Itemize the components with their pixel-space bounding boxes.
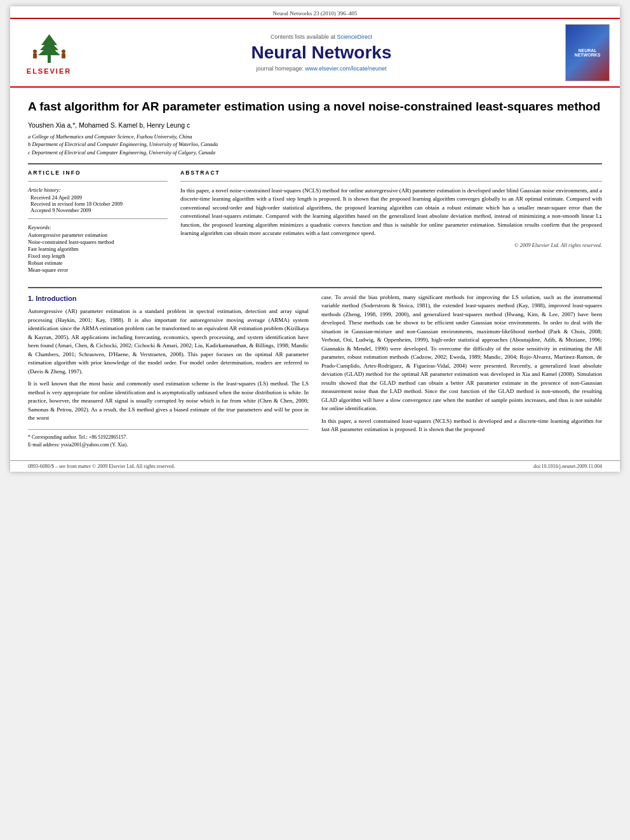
journal-ref-bar: Neural Networks 23 (2010) 396–405 xyxy=(10,6,620,19)
authors-line: Youshen Xia a,*, Mohamed S. Kamel b, Hen… xyxy=(28,121,602,129)
keyword-5: Robust estimate xyxy=(28,260,168,266)
received2: Received in revised form 18 October 2009 xyxy=(30,201,168,207)
header-divider xyxy=(28,163,602,164)
elsevier-logo: ELSEVIER xyxy=(20,31,77,75)
authors-text: Youshen Xia a,*, Mohamed S. Kamel b, Hen… xyxy=(28,121,190,129)
article-info-header: ARTICLE INFO xyxy=(28,170,168,176)
contents-label: Contents lists available at xyxy=(271,34,335,40)
intro-para1: Autoregressive (AR) parameter estimation… xyxy=(28,307,309,376)
keyword-6: Mean-square error xyxy=(28,267,168,273)
svg-point-4 xyxy=(33,50,37,53)
copyright-line: © 2009 Elsevier Ltd. All rights reserved… xyxy=(180,242,602,248)
main-content: 1. Introduction Autoregressive (AR) para… xyxy=(28,287,602,449)
article-body: A fast algorithm for AR parameter estima… xyxy=(10,88,620,460)
intro-section-label: Introduction xyxy=(36,295,76,302)
homepage-line: journal homepage: www.elsevier.com/locat… xyxy=(84,65,559,72)
footer-bar: 0893-6080/$ – see front matter © 2009 El… xyxy=(10,460,620,472)
article-info-col: ARTICLE INFO Article history: Received 2… xyxy=(28,170,168,278)
homepage-link[interactable]: www.elsevier.com/locate/neunet xyxy=(305,65,387,72)
footer-issn: 0893-6080/$ – see front matter © 2009 El… xyxy=(28,463,175,469)
intro-section-title: 1. Introduction xyxy=(28,293,309,304)
right-para2: In this paper, a novel constrained least… xyxy=(321,417,602,434)
affiliation-c: c Department of Electrical and Computer … xyxy=(28,149,602,157)
keyword-2: Noise-constrained least-squares method xyxy=(28,239,168,245)
footnote-area: * Corresponding author. Tel.: +86 519228… xyxy=(28,429,309,449)
main-left-col: 1. Introduction Autoregressive (AR) para… xyxy=(28,293,309,449)
intro-para2: It is well known that the most basic and… xyxy=(28,380,309,423)
footer-doi: doi:10.1016/j.neunet.2009.11.004 xyxy=(533,463,602,469)
sciencedirect-link[interactable]: ScienceDirect xyxy=(337,34,373,40)
elsevier-text-label: ELSEVIER xyxy=(27,67,71,75)
abstract-header: ABSTRACT xyxy=(180,170,602,176)
keyword-4: Fixed step length xyxy=(28,253,168,259)
journal-header: ELSEVIER Contents lists available at Sci… xyxy=(10,19,620,88)
keywords-block: Keywords: Autoregressive parameter estim… xyxy=(28,224,168,273)
accepted-date: Accepted 9 November 2009 xyxy=(30,207,168,213)
journal-title-area: Contents lists available at ScienceDirec… xyxy=(84,34,559,72)
abstract-text: In this paper, a novel noise-constrained… xyxy=(180,187,602,238)
footnote-email: E-mail address: ysxia2001@yahoo.com (Y. … xyxy=(28,441,309,449)
cover-text: NEURAL NETWORKS xyxy=(575,48,601,57)
keywords-header: Keywords: xyxy=(28,224,168,230)
article-title: A fast algorithm for AR parameter estima… xyxy=(28,99,602,115)
svg-rect-7 xyxy=(62,53,65,58)
affiliation-b: b Department of Electrical and Computer … xyxy=(28,140,602,149)
contents-line: Contents lists available at ScienceDirec… xyxy=(84,34,559,40)
received1: Received 24 April 2009 xyxy=(30,194,168,201)
page: Neural Networks 23 (2010) 396–405 ELSEVI… xyxy=(10,6,620,472)
intro-section-num: 1. xyxy=(28,295,34,302)
history-label: Article history: xyxy=(28,187,168,193)
journal-cover-image: NEURAL NETWORKS xyxy=(565,24,610,81)
abstract-col: ABSTRACT In this paper, a novel noise-co… xyxy=(180,170,602,278)
keyword-3: Fast learning algorithm xyxy=(28,246,168,252)
info-abstract-cols: ARTICLE INFO Article history: Received 2… xyxy=(28,170,602,278)
elsevier-logo-graphic xyxy=(29,31,70,66)
right-para1: case. To avoid the bias problem, many si… xyxy=(321,293,602,413)
journal-ref: Neural Networks 23 (2010) 396–405 xyxy=(273,10,358,17)
svg-rect-0 xyxy=(48,55,51,63)
keyword-1: Autoregressive parameter estimation xyxy=(28,232,168,238)
journal-name-big: Neural Networks xyxy=(84,43,559,63)
info-divider-mid xyxy=(28,218,168,219)
footnote-star: * Corresponding author. Tel.: +86 519228… xyxy=(28,434,309,441)
svg-rect-5 xyxy=(33,53,37,58)
affiliations: a College of Mathematics and Computer Sc… xyxy=(28,133,602,157)
abstract-divider xyxy=(180,181,602,182)
info-divider-top xyxy=(28,181,168,182)
keywords-list: Autoregressive parameter estimation Nois… xyxy=(28,232,168,273)
affiliation-a: a College of Mathematics and Computer Sc… xyxy=(28,133,602,141)
article-history: Article history: Received 24 April 2009 … xyxy=(28,187,168,213)
svg-point-6 xyxy=(62,50,65,53)
main-right-col: case. To avoid the bias problem, many si… xyxy=(321,293,602,449)
homepage-label: journal homepage: xyxy=(256,65,304,72)
